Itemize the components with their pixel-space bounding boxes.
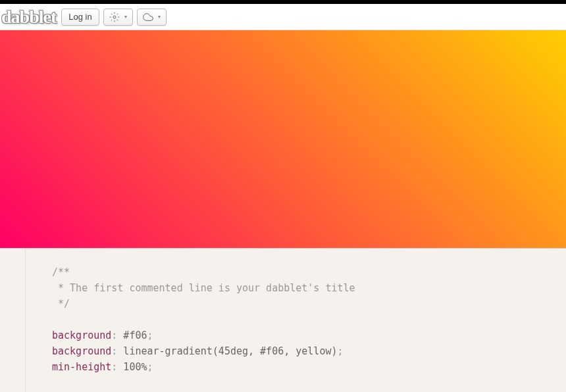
css-semicolon: ; — [337, 345, 343, 357]
cloud-icon — [143, 12, 153, 22]
code-line: background: #f06; — [52, 328, 540, 343]
code-line: min-height: 100%; — [52, 359, 540, 375]
css-colon: : — [111, 345, 117, 357]
header: dabblet Log in ▾ ▾ — [0, 4, 566, 30]
css-property: background — [52, 330, 111, 341]
css-property: background — [52, 345, 111, 357]
css-value: 100% — [117, 361, 147, 373]
settings-button[interactable]: ▾ — [103, 9, 133, 26]
css-value: #f06 — [117, 330, 147, 341]
code-editor[interactable]: /** * The first commented line is your d… — [25, 249, 566, 392]
css-value: linear-gradient(45deg, #f06, yellow) — [117, 345, 337, 357]
css-property: min-height — [52, 361, 111, 373]
css-semicolon: ; — [147, 361, 153, 373]
cloud-button[interactable]: ▾ — [137, 9, 167, 26]
code-line: background: linear-gradient(45deg, #f06,… — [52, 343, 540, 359]
css-colon: : — [111, 330, 117, 341]
login-button[interactable]: Log in — [61, 9, 99, 26]
code-comment: */ — [52, 296, 540, 312]
preview-pane[interactable] — [0, 30, 566, 249]
toolbar: Log in ▾ ▾ — [61, 9, 166, 26]
svg-point-0 — [113, 16, 116, 18]
code-comment: /** — [52, 264, 540, 280]
login-label: Log in — [68, 12, 91, 22]
gear-icon — [109, 12, 120, 22]
logo: dabblet — [1, 7, 56, 28]
chevron-down-icon: ▾ — [124, 14, 127, 20]
code-blank-line — [52, 312, 540, 328]
css-colon: : — [111, 361, 117, 373]
code-comment: * The first commented line is your dabbl… — [52, 280, 540, 296]
chevron-down-icon: ▾ — [158, 14, 161, 20]
css-semicolon: ; — [147, 330, 153, 341]
